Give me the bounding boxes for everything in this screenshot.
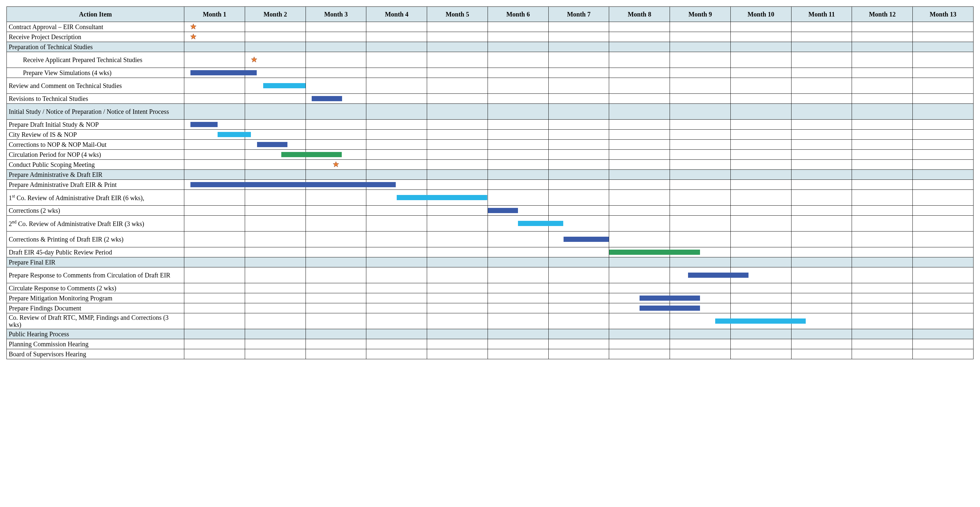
cell-m9 (670, 120, 731, 130)
cell-m10 (730, 120, 791, 130)
cell-m1 (184, 257, 245, 267)
cell-m3 (305, 120, 366, 130)
cell-m13 (913, 130, 974, 140)
cell-m7 (548, 247, 609, 257)
cell-m4 (366, 232, 427, 247)
action-item-label: Draft EIR 45-day Public Review Period (7, 247, 184, 257)
cell-m8 (609, 170, 670, 180)
cell-m10 (730, 130, 791, 140)
cell-m8 (609, 247, 670, 257)
cell-m9 (670, 68, 731, 78)
cell-m10 (730, 104, 791, 120)
cell-m13 (913, 329, 974, 339)
cell-m10 (730, 216, 791, 232)
cell-m8 (609, 216, 670, 232)
col-month-1: Month 1 (184, 7, 245, 22)
cell-m11 (791, 150, 852, 160)
table-row: Initial Study / Notice of Preparation / … (7, 104, 974, 120)
cell-m6 (488, 247, 548, 257)
cell-m7 (548, 293, 609, 303)
cell-m6 (488, 104, 548, 120)
gantt-table: Action ItemMonth 1Month 2Month 3Month 4M… (6, 6, 974, 359)
cell-m4 (366, 349, 427, 359)
table-row: Prepare Findings Document (7, 303, 974, 313)
action-item-label: Review and Comment on Technical Studies (7, 78, 184, 94)
cell-m3 (305, 303, 366, 313)
cell-m11 (791, 22, 852, 32)
cell-m13 (913, 216, 974, 232)
cell-m5 (427, 313, 488, 329)
cell-m8 (609, 180, 670, 190)
cell-m6 (488, 190, 548, 206)
cell-m12 (852, 303, 913, 313)
cell-m6 (488, 94, 548, 104)
cell-m8 (609, 78, 670, 94)
cell-m7 (548, 267, 609, 283)
cell-m13 (913, 283, 974, 293)
cell-m10 (730, 257, 791, 267)
cell-m11 (791, 170, 852, 180)
cell-m1 (184, 180, 245, 190)
table-row: Prepare Final EIR (7, 257, 974, 267)
cell-m4 (366, 150, 427, 160)
cell-m4 (366, 339, 427, 349)
cell-m11 (791, 232, 852, 247)
gantt-bar (563, 237, 609, 242)
table-row: City Review of IS & NOP (7, 130, 974, 140)
action-item-label: Prepare Response to Comments from Circul… (7, 267, 184, 283)
cell-m9 (670, 206, 731, 216)
cell-m11 (791, 257, 852, 267)
cell-m13 (913, 190, 974, 206)
cell-m13 (913, 349, 974, 359)
cell-m7 (548, 140, 609, 150)
cell-m5 (427, 247, 488, 257)
col-month-9: Month 9 (670, 7, 731, 22)
cell-m6 (488, 180, 548, 190)
cell-m11 (791, 206, 852, 216)
cell-m11 (791, 140, 852, 150)
cell-m13 (913, 120, 974, 130)
table-row: Conduct Public Scoping Meeting (7, 160, 974, 170)
cell-m10 (730, 206, 791, 216)
cell-m5 (427, 94, 488, 104)
cell-m13 (913, 267, 974, 283)
cell-m4 (366, 68, 427, 78)
cell-m8 (609, 52, 670, 68)
cell-m9 (670, 349, 731, 359)
action-item-label: Prepare Administrative & Draft EIR (7, 170, 184, 180)
cell-m8 (609, 267, 670, 283)
cell-m1 (184, 130, 245, 140)
cell-m9 (670, 329, 731, 339)
cell-m12 (852, 104, 913, 120)
cell-m13 (913, 247, 974, 257)
cell-m13 (913, 150, 974, 160)
cell-m2 (245, 160, 305, 170)
cell-m12 (852, 22, 913, 32)
cell-m4 (366, 120, 427, 130)
action-item-label: Corrections & Printing of Draft EIR (2 w… (7, 232, 184, 247)
cell-m11 (791, 247, 852, 257)
cell-m2 (245, 283, 305, 293)
cell-m9 (670, 339, 731, 349)
table-row: Corrections & Printing of Draft EIR (2 w… (7, 232, 974, 247)
cell-m10 (730, 293, 791, 303)
cell-m3 (305, 283, 366, 293)
action-item-label: Receive Project Description (7, 32, 184, 42)
cell-m5 (427, 140, 488, 150)
cell-m13 (913, 180, 974, 190)
cell-m11 (791, 339, 852, 349)
gantt-body: Contract Approval – EIR ConsultantReceiv… (7, 22, 974, 359)
cell-m3 (305, 257, 366, 267)
cell-m10 (730, 52, 791, 68)
cell-m8 (609, 94, 670, 104)
cell-m1 (184, 42, 245, 52)
cell-m6 (488, 267, 548, 283)
action-item-label: Public Hearing Process (7, 329, 184, 339)
cell-m2 (245, 293, 305, 303)
cell-m9 (670, 190, 731, 206)
cell-m3 (305, 170, 366, 180)
cell-m9 (670, 94, 731, 104)
cell-m11 (791, 216, 852, 232)
col-month-4: Month 4 (366, 7, 427, 22)
cell-m5 (427, 120, 488, 130)
